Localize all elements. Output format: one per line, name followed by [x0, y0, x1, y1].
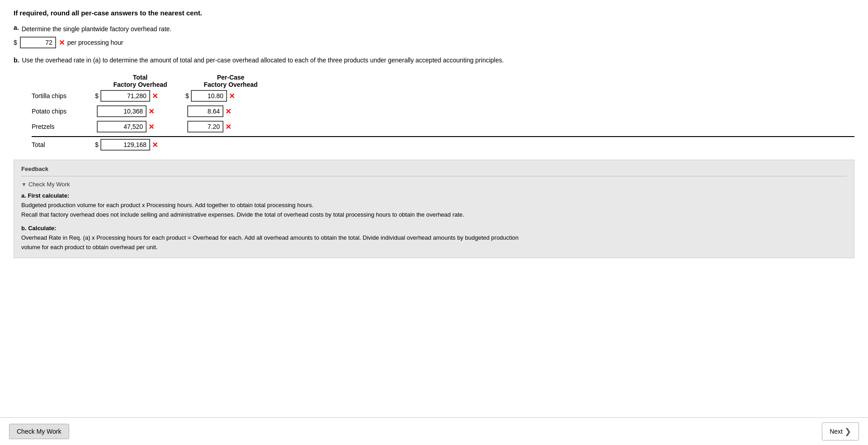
table-col-total-header: Total Factory Overhead [95, 74, 185, 88]
next-btn-label: Next [830, 428, 843, 435]
section-a-header: a. Determine the single plantwide factor… [14, 24, 854, 34]
x-total-tortilla: ✕ [152, 92, 158, 100]
table-col-label-spacer [32, 74, 95, 88]
overhead-table: Total Factory Overhead Per-Case Factory … [32, 74, 854, 151]
input-percase-potato[interactable] [187, 105, 223, 117]
input-total-sum[interactable] [100, 139, 150, 151]
table-row-pretzels: Pretzels ✕ ✕ [32, 121, 854, 133]
section-b-header: b. Use the overhead rate in (a) to deter… [14, 57, 854, 66]
table-row-potato: Potato chips ✕ ✕ [32, 105, 854, 117]
cell-percase-pretzels: ✕ [185, 121, 276, 133]
total-label: Total [32, 141, 95, 148]
check-my-work-toggle[interactable]: ▼ Check My Work [21, 181, 847, 188]
overhead-rate-input[interactable] [20, 37, 56, 48]
check-work-btn-label: Check My Work [17, 428, 62, 435]
row-label-tortilla: Tortilla chips [32, 92, 95, 99]
dollar-tortilla-total: $ [95, 92, 99, 99]
col-percase-subtitle: Factory Overhead [185, 81, 276, 88]
feedback-a-label: a. First calculate: [21, 191, 847, 201]
x-percase-potato: ✕ [225, 107, 231, 116]
feedback-b-line1: Overhead Rate in Req. (a) x Processing h… [21, 233, 847, 243]
input-total-potato[interactable] [97, 105, 147, 117]
input-total-pretzels[interactable] [97, 121, 147, 133]
x-total-sum: ✕ [152, 141, 158, 149]
feedback-content: a. First calculate: Budgeted production … [21, 191, 847, 252]
x-total-pretzels: ✕ [148, 123, 154, 131]
section-a: a. Determine the single plantwide factor… [14, 24, 854, 48]
x-percase-tortilla: ✕ [229, 92, 235, 100]
feedback-a-line1: Budgeted production volume for each prod… [21, 201, 847, 210]
cell-total-potato: ✕ [95, 105, 185, 117]
section-a-dollar: $ [14, 39, 17, 46]
rounding-text: If required, round all per-case answers … [14, 9, 202, 17]
col-percase-title: Per-Case [185, 74, 276, 81]
input-total-tortilla[interactable] [100, 90, 150, 102]
cell-total-pretzels: ✕ [95, 121, 185, 133]
next-arrow-icon: ❯ [844, 426, 851, 436]
row-label-potato: Potato chips [32, 108, 95, 115]
table-header-row: Total Factory Overhead Per-Case Factory … [32, 74, 854, 88]
feedback-a-line2: Recall that factory overhead does not in… [21, 210, 847, 220]
feedback-b-line2: volume for each product to obtain overhe… [21, 243, 847, 252]
dollar-tortilla-percase: $ [185, 92, 189, 99]
section-a-unit: per processing hour [67, 39, 123, 46]
x-percase-pretzels: ✕ [225, 123, 231, 131]
input-percase-tortilla[interactable] [191, 90, 227, 102]
cell-total-sum: $ ✕ [95, 139, 185, 151]
section-a-text: Determine the single plantwide factory o… [22, 25, 172, 33]
table-total-row: Total $ ✕ [32, 136, 854, 151]
next-button[interactable]: Next ❯ [822, 422, 859, 440]
row-label-pretzels: Pretzels [32, 123, 95, 130]
check-my-work-label: Check My Work [28, 181, 70, 188]
col-total-subtitle: Factory Overhead [95, 81, 185, 88]
check-my-work-button[interactable]: Check My Work [9, 424, 69, 439]
section-b-text: Use the overhead rate in (a) to determin… [22, 57, 503, 66]
section-a-input-row: $ ✕ per processing hour [14, 37, 854, 48]
cell-percase-tortilla: $ ✕ [185, 90, 276, 102]
feedback-label: Feedback [21, 166, 847, 172]
table-col-percase-header: Per-Case Factory Overhead [185, 74, 276, 88]
section-b: b. Use the overhead rate in (a) to deter… [14, 57, 854, 66]
input-percase-pretzels[interactable] [187, 121, 223, 133]
x-total-potato: ✕ [148, 107, 154, 116]
cell-total-tortilla: $ ✕ [95, 90, 185, 102]
table-row-tortilla: Tortilla chips $ ✕ $ ✕ [32, 90, 854, 102]
bottom-bar: Check My Work Next ❯ [0, 417, 868, 445]
dollar-total-sum: $ [95, 141, 99, 148]
cell-percase-potato: ✕ [185, 105, 276, 117]
col-total-title: Total [95, 74, 185, 81]
feedback-section: Feedback ▼ Check My Work a. First calcul… [14, 160, 854, 258]
feedback-b-label: b. Calculate: [21, 224, 847, 233]
page-container: If required, round all per-case answers … [0, 0, 868, 445]
section-b-label: b. [14, 57, 19, 64]
section-a-x-mark: ✕ [59, 38, 65, 47]
section-a-label: a. [14, 24, 19, 31]
triangle-icon: ▼ [21, 181, 27, 188]
rounding-instruction: If required, round all per-case answers … [14, 9, 854, 17]
